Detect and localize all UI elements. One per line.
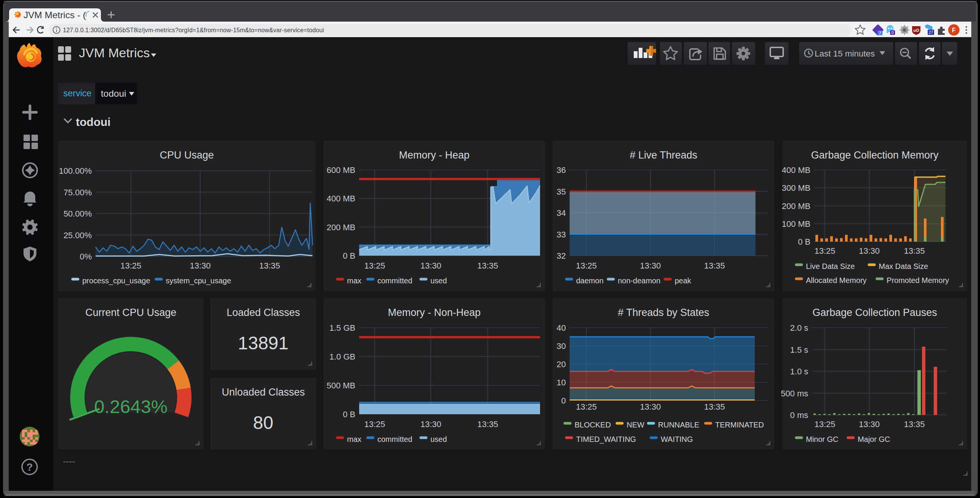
svg-text:0%: 0% <box>80 252 92 261</box>
svg-text:service: service <box>63 88 91 98</box>
svg-text:13:25: 13:25 <box>814 246 835 256</box>
svg-text:13:30: 13:30 <box>640 261 661 270</box>
svg-text:Garbage Collection Memory: Garbage Collection Memory <box>811 150 939 161</box>
svg-text:13:35: 13:35 <box>904 420 924 429</box>
svg-text:600 MB: 600 MB <box>326 165 355 175</box>
svg-text:peak: peak <box>675 277 691 285</box>
svg-text:13:35: 13:35 <box>477 261 498 270</box>
svg-text:10: 10 <box>557 378 566 387</box>
svg-text:34: 34 <box>557 208 566 218</box>
svg-text:500 ms: 500 ms <box>781 389 808 398</box>
svg-text:Current CPU Usage: Current CPU Usage <box>85 307 177 318</box>
svg-text:Loaded Classes: Loaded Classes <box>226 307 300 318</box>
svg-text:Allocated Memory: Allocated Memory <box>806 276 867 285</box>
svg-text:13:35: 13:35 <box>704 402 725 412</box>
svg-text:100 MB: 100 MB <box>782 219 810 229</box>
svg-text:TIMED_WAITING: TIMED_WAITING <box>576 435 636 444</box>
svg-text:400 MB: 400 MB <box>782 165 810 175</box>
svg-text:max: max <box>347 435 361 443</box>
svg-text:daemon: daemon <box>576 277 603 285</box>
svg-text:40: 40 <box>557 323 566 333</box>
svg-text:used: used <box>430 277 447 285</box>
svg-text:33: 33 <box>557 230 566 239</box>
svg-text:Minor GC: Minor GC <box>806 435 838 443</box>
svg-text:BLOCKED: BLOCKED <box>574 421 611 429</box>
svg-text:CPU Usage: CPU Usage <box>160 150 214 161</box>
svg-text:13:35: 13:35 <box>704 261 725 270</box>
svg-text:13:25: 13:25 <box>120 261 141 270</box>
svg-text:13:30: 13:30 <box>420 420 441 429</box>
svg-text:# Threads by States: # Threads by States <box>618 307 709 318</box>
svg-text:13:30: 13:30 <box>189 261 210 270</box>
svg-text:committed: committed <box>377 277 412 285</box>
svg-text:50.00%: 50.00% <box>63 209 92 218</box>
svg-text:35: 35 <box>557 187 566 196</box>
svg-text:0 B: 0 B <box>343 251 355 261</box>
svg-text:200 MB: 200 MB <box>326 223 355 232</box>
svg-text:TERMINATED: TERMINATED <box>715 421 764 429</box>
svg-text:non-deamon: non-deamon <box>618 277 660 285</box>
svg-text:0 ms: 0 ms <box>790 410 808 420</box>
svg-text:Max Data Size: Max Data Size <box>879 262 928 270</box>
svg-text:Garbage Collection Pauses: Garbage Collection Pauses <box>812 307 937 318</box>
svg-text:80: 80 <box>253 413 273 433</box>
svg-text:13:35: 13:35 <box>477 420 498 429</box>
svg-text:13:25: 13:25 <box>364 420 385 429</box>
svg-text:todoui: todoui <box>76 116 111 128</box>
svg-text:0 B: 0 B <box>343 410 355 419</box>
svg-text:0: 0 <box>891 30 894 35</box>
svg-text:75.00%: 75.00% <box>63 188 92 197</box>
svg-text:NEW: NEW <box>627 421 644 429</box>
svg-text:uO: uO <box>913 28 919 33</box>
svg-text:13:35: 13:35 <box>259 261 280 270</box>
svg-text:27: 27 <box>928 30 933 35</box>
svg-text:1.0 GB: 1.0 GB <box>329 352 355 361</box>
svg-text:1.0 s: 1.0 s <box>790 367 808 376</box>
svg-text:F: F <box>952 27 956 33</box>
svg-text:Unloaded Classes: Unloaded Classes <box>222 387 305 398</box>
svg-text:200 MB: 200 MB <box>782 201 810 211</box>
svg-text:JVM Metrics: JVM Metrics <box>79 46 150 60</box>
svg-text:13891: 13891 <box>238 333 288 353</box>
svg-text:Promoted Memory: Promoted Memory <box>887 276 949 285</box>
svg-text:# Live Threads: # Live Threads <box>630 150 697 161</box>
svg-text:36: 36 <box>557 165 566 175</box>
svg-text:13:35: 13:35 <box>904 246 924 256</box>
svg-text:13:30: 13:30 <box>420 261 441 270</box>
svg-text:13:25: 13:25 <box>576 402 597 412</box>
svg-text:?: ? <box>26 461 33 473</box>
svg-text:13:30: 13:30 <box>640 402 661 412</box>
svg-text:13:30: 13:30 <box>859 246 880 256</box>
svg-text:1.5 s: 1.5 s <box>790 345 808 355</box>
svg-text:400 MB: 400 MB <box>326 194 355 203</box>
svg-text:system_cpu_usage: system_cpu_usage <box>166 277 231 285</box>
svg-text:300 MB: 300 MB <box>782 183 810 193</box>
svg-text:used: used <box>430 435 447 443</box>
svg-text:13:25: 13:25 <box>814 420 835 429</box>
svg-text:2.0 s: 2.0 s <box>790 323 808 333</box>
svg-text:process_cpu_usage: process_cpu_usage <box>82 277 150 285</box>
svg-text:Live Data Size: Live Data Size <box>806 262 855 270</box>
svg-text:0: 0 <box>561 396 566 406</box>
svg-text:Major GC: Major GC <box>858 435 890 443</box>
svg-text:500 MB: 500 MB <box>326 381 355 390</box>
svg-text:7: 7 <box>879 31 881 35</box>
svg-text:13:25: 13:25 <box>364 261 385 270</box>
svg-text:25.00%: 25.00% <box>63 231 92 240</box>
svg-text:----: ---- <box>63 456 75 466</box>
svg-text:max: max <box>347 277 361 285</box>
svg-text:Memory - Non-Heap: Memory - Non-Heap <box>388 307 481 318</box>
svg-text:RUNNABLE: RUNNABLE <box>658 421 699 429</box>
svg-text:WAITING: WAITING <box>661 435 693 443</box>
svg-text:committed: committed <box>377 435 412 443</box>
svg-text:Memory - Heap: Memory - Heap <box>399 150 469 161</box>
svg-text:30: 30 <box>557 341 566 351</box>
svg-text:13:30: 13:30 <box>859 420 880 429</box>
svg-text:Last 15 minutes: Last 15 minutes <box>815 49 875 59</box>
svg-text:13:25: 13:25 <box>576 261 597 270</box>
svg-text:100.00%: 100.00% <box>59 166 92 176</box>
svg-text:20: 20 <box>557 360 566 369</box>
svg-text:32: 32 <box>557 251 566 261</box>
svg-text:0.2643%: 0.2643% <box>94 396 167 417</box>
svg-text:todoui: todoui <box>101 88 126 99</box>
